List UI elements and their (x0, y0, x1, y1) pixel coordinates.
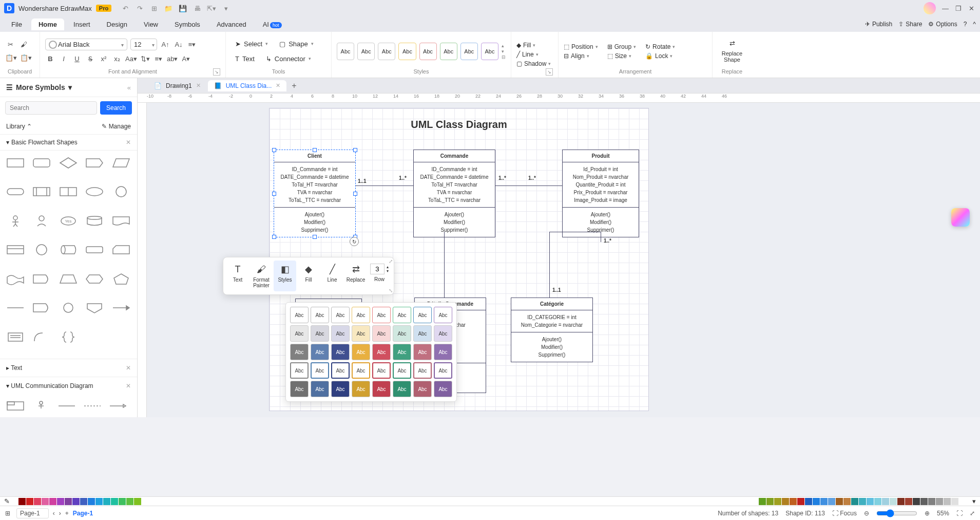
uml-frame-shape[interactable] (5, 399, 26, 413)
color-swatch[interactable] (843, 498, 851, 505)
fit-page-icon[interactable]: ⛶ (956, 510, 963, 517)
connector[interactable] (549, 232, 550, 298)
maximize-icon[interactable]: ❐ (955, 5, 963, 12)
style-gallery-item[interactable]: Abc (372, 325, 391, 342)
shape-tool[interactable]: ▢ Shape ▾ (275, 38, 318, 50)
connector[interactable] (444, 232, 445, 298)
style-gallery-item[interactable]: Abc (331, 307, 350, 323)
style-gallery-item[interactable]: Abc (290, 362, 309, 379)
focus-button[interactable]: ⛶ Focus (832, 510, 857, 517)
style-gallery-item[interactable]: Abc (311, 362, 329, 379)
style-gallery-item[interactable]: Abc (434, 325, 452, 342)
open-icon[interactable]: 📁 (164, 4, 173, 13)
rotate-button[interactable]: ↻ Rotate ▾ (645, 43, 675, 50)
shape-pentagon[interactable] (111, 272, 131, 286)
rotation-handle[interactable]: ↻ (350, 237, 359, 246)
uml-class-produit[interactable]: Produit Id_Produit = int Nom_Produit = n… (562, 150, 639, 237)
color-swatch[interactable] (951, 498, 958, 505)
close-category-icon[interactable]: ✕ (126, 139, 131, 146)
shape-actor2[interactable] (31, 214, 52, 228)
style-gallery-item[interactable]: Abc (434, 307, 452, 323)
collapse-panel-icon[interactable]: « (127, 84, 131, 91)
color-swatch[interactable] (882, 498, 889, 505)
italic-icon[interactable]: I (59, 53, 69, 64)
shape-circle[interactable] (111, 184, 131, 199)
zoom-slider[interactable] (876, 509, 917, 517)
color-swatch[interactable] (26, 498, 33, 505)
close-text-category-icon[interactable]: ✕ (126, 364, 131, 372)
color-swatch[interactable] (928, 498, 935, 505)
position-button[interactable]: ⬚ Position ▾ (564, 43, 598, 50)
shape-ellipse[interactable] (84, 184, 105, 199)
style-gallery-item[interactable]: Abc (413, 307, 432, 323)
style-gallery-item[interactable]: Abc (434, 344, 452, 360)
uml-class-client[interactable]: Client ID_Commande = int DATE_Commande =… (274, 150, 356, 237)
prev-page-icon[interactable]: ‹ (53, 510, 55, 517)
close-icon[interactable]: ✕ (969, 5, 976, 12)
shape-trap[interactable] (58, 272, 79, 286)
color-swatch[interactable] (851, 498, 858, 505)
shape-line[interactable] (5, 301, 26, 315)
color-swatch[interactable] (134, 498, 141, 505)
style-preset[interactable]: Abc (481, 43, 498, 60)
selection-handle[interactable] (353, 148, 357, 152)
shape-circle2[interactable] (31, 243, 52, 257)
style-gallery-item[interactable]: Abc (290, 381, 309, 397)
cut-icon[interactable]: ✂ (5, 40, 15, 50)
style-preset[interactable]: Abc (378, 43, 395, 60)
shape-table[interactable] (5, 243, 26, 257)
page-tab[interactable]: Page-1 (73, 510, 93, 517)
color-swatch[interactable] (65, 498, 72, 505)
shape-rounded[interactable] (31, 156, 52, 170)
share-button[interactable]: ⇪ Share (898, 21, 922, 28)
tab-uml-class[interactable]: 📘 UML Class Dia... ✕ (208, 80, 287, 91)
ft-fill-button[interactable]: ◆Fill (297, 261, 320, 291)
color-swatch[interactable] (959, 498, 966, 505)
style-gallery-item[interactable]: Abc (352, 307, 370, 323)
style-gallery-item[interactable]: Abc (331, 325, 350, 342)
ft-row-button[interactable]: ▴▾ Row (368, 261, 391, 291)
style-gallery-item[interactable]: Abc (372, 344, 391, 360)
shape-cylinder-h[interactable] (58, 243, 79, 257)
eyedropper-icon[interactable]: ✎ (4, 497, 12, 506)
shape-circle3[interactable] (58, 301, 79, 315)
shape-cylinder[interactable] (84, 214, 105, 228)
shadow-button[interactable]: ▢ Shadow ▾ (516, 60, 551, 67)
group-button[interactable]: ⊞ Group ▾ (607, 43, 636, 50)
uml-line-shape[interactable] (56, 399, 77, 413)
layout-icon[interactable]: ⊞ (5, 510, 10, 517)
selection-handle[interactable] (313, 148, 317, 152)
connector[interactable] (495, 185, 562, 186)
minimize-icon[interactable]: — (942, 5, 949, 12)
style-gallery-item[interactable]: Abc (290, 307, 309, 323)
close-tab-icon[interactable]: ✕ (196, 82, 201, 89)
color-swatch[interactable] (867, 498, 874, 505)
next-page-icon[interactable]: › (59, 510, 61, 517)
shape-diamond[interactable] (58, 156, 79, 170)
style-preset[interactable]: Abc (398, 43, 416, 60)
color-swatch[interactable] (913, 498, 920, 505)
ft-format-painter-button[interactable]: 🖌Format Painter (250, 261, 273, 291)
connector[interactable] (549, 232, 601, 232)
collapse-ribbon-icon[interactable]: ^ (973, 21, 976, 28)
menu-ai[interactable]: AIhot (256, 18, 289, 30)
color-swatch[interactable] (813, 498, 820, 505)
close-tab-icon[interactable]: ✕ (276, 82, 280, 89)
add-page-icon[interactable]: + (65, 510, 69, 517)
color-swatch[interactable] (95, 498, 103, 505)
text-tool[interactable]: T Text (231, 53, 259, 65)
shape-card[interactable] (111, 243, 131, 257)
shape-pill[interactable] (5, 184, 26, 199)
shape-actor[interactable] (5, 214, 26, 228)
style-up-icon[interactable]: ▴ (502, 43, 506, 48)
ai-assistant-icon[interactable] (951, 208, 970, 227)
strike-icon[interactable]: S̶ (85, 53, 95, 64)
color-swatch[interactable] (49, 498, 56, 505)
color-swatch[interactable] (34, 498, 41, 505)
color-swatch[interactable] (126, 498, 133, 505)
menu-insert[interactable]: Insert (66, 18, 98, 30)
style-preset[interactable]: Abc (460, 43, 478, 60)
style-gallery-item[interactable]: Abc (372, 307, 391, 323)
redo-icon[interactable]: ↷ (135, 4, 144, 13)
shape-note[interactable] (5, 330, 26, 344)
